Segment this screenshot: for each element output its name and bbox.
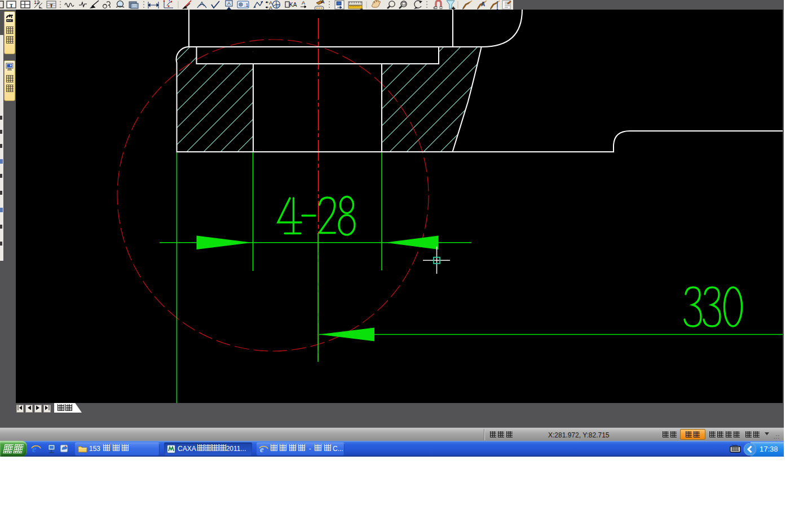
svg-text:KA: KA: [289, 2, 297, 8]
svg-text:A: A: [302, 0, 305, 6]
svg-text:A: A: [321, 0, 325, 5]
svg-text:A: A: [269, 5, 272, 10]
svg-text:A: A: [227, 1, 231, 6]
svg-text:12: 12: [34, 0, 39, 5]
svg-text:.1: .1: [244, 2, 249, 8]
svg-text:T: T: [50, 3, 53, 8]
svg-text:A: A: [481, 1, 485, 7]
svg-text:e: e: [32, 444, 37, 454]
svg-text:Y: Y: [168, 0, 171, 2]
svg-text:T: T: [10, 3, 13, 8]
